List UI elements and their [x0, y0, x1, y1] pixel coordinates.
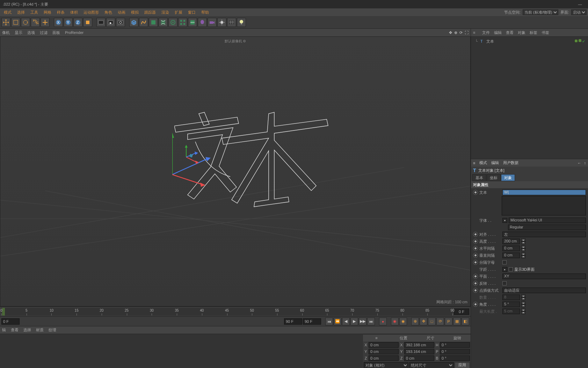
- menu-mesh[interactable]: 网格: [41, 9, 54, 16]
- toggle-bulb[interactable]: [237, 18, 246, 27]
- key-rot[interactable]: ⟳: [436, 318, 444, 325]
- add-mograph[interactable]: [178, 18, 187, 27]
- timeline-current-frame[interactable]: 0 F: [454, 309, 469, 315]
- prev-frame-button[interactable]: ◀: [342, 318, 350, 325]
- vp-max-icon[interactable]: ⛶: [465, 30, 469, 35]
- move-tool[interactable]: [1, 18, 10, 27]
- add-cube[interactable]: [129, 18, 138, 27]
- key-selection[interactable]: ⊕: [411, 318, 419, 325]
- btab-edit[interactable]: 辑: [2, 327, 6, 333]
- menu-character[interactable]: 角色: [102, 9, 115, 16]
- hamburger-icon[interactable]: ≡: [473, 161, 475, 165]
- nav-back-icon[interactable]: ←: [578, 161, 581, 165]
- prop-sep-radio[interactable]: [473, 260, 478, 265]
- menu-tools[interactable]: 工具: [28, 9, 41, 16]
- add-volume[interactable]: [188, 18, 197, 27]
- prop-text-radio[interactable]: [473, 190, 478, 195]
- prop-plane-radio[interactable]: [473, 274, 478, 279]
- menu-tracker[interactable]: 跟踪器: [142, 9, 158, 16]
- menu-select[interactable]: 选择: [15, 9, 27, 16]
- vptab-prorender[interactable]: ProRender: [65, 30, 84, 35]
- vptab-options[interactable]: 选项: [27, 30, 35, 35]
- coord-apply-button[interactable]: 应用: [455, 362, 470, 368]
- prop-interp-input[interactable]: 自动适应: [502, 288, 586, 293]
- add-field[interactable]: [168, 18, 177, 27]
- pos-y-input[interactable]: 0 cm: [369, 349, 399, 354]
- psr-tool[interactable]: PSR: [31, 18, 40, 27]
- prop-font-input[interactable]: Microsoft YaHei UI: [509, 218, 586, 223]
- prop-interp-radio[interactable]: [473, 288, 478, 293]
- coord-system-toggle[interactable]: [83, 18, 92, 27]
- atab-coord[interactable]: 坐标: [487, 174, 501, 181]
- btab-texture[interactable]: 纹理: [49, 327, 56, 333]
- viewport[interactable]: 默认摄像机 ⚙: [0, 36, 471, 306]
- x-axis-toggle[interactable]: X: [54, 18, 63, 27]
- key-param[interactable]: P: [445, 318, 452, 325]
- render-view[interactable]: [96, 18, 106, 27]
- atab-basic[interactable]: 基本: [472, 174, 486, 181]
- am-edit[interactable]: 编辑: [491, 160, 499, 165]
- prop-vspace-input[interactable]: 0 cm: [502, 253, 520, 258]
- add-light[interactable]: [217, 18, 226, 27]
- om-bookmarks[interactable]: 书签: [542, 30, 549, 35]
- menu-volume[interactable]: 体积: [68, 9, 80, 16]
- vptab-camera[interactable]: 像机: [2, 30, 10, 35]
- prop-angle-radio[interactable]: [473, 302, 478, 307]
- font-dropdown-icon[interactable]: ▾: [502, 218, 507, 223]
- rot-p-input[interactable]: 0 °: [440, 349, 470, 354]
- prop-plane-input[interactable]: XY: [502, 274, 586, 279]
- menu-mograph[interactable]: 运动图形: [81, 9, 101, 16]
- prop-reverse-check[interactable]: [502, 281, 507, 285]
- timeline-ruler[interactable]: 051015202530354045505560657075808590: [1, 308, 452, 316]
- pos-z-input[interactable]: 0 cm: [369, 355, 399, 361]
- goto-start-button[interactable]: ⏮: [325, 318, 333, 325]
- key-anim[interactable]: ▦: [453, 318, 461, 325]
- frame-end-input[interactable]: [284, 318, 302, 325]
- om-object[interactable]: 对象: [518, 30, 525, 35]
- autokey-button[interactable]: ◉: [391, 318, 399, 325]
- prop-show3d-check[interactable]: [509, 267, 513, 271]
- menu-help[interactable]: 帮助: [199, 9, 211, 16]
- btab-select[interactable]: 选择: [23, 327, 31, 333]
- next-frame-button[interactable]: ▶▶: [359, 318, 366, 325]
- render-settings[interactable]: [116, 18, 125, 27]
- size-y-input[interactable]: 193.164 cm: [404, 349, 434, 354]
- prop-font-style[interactable]: Regular: [508, 225, 586, 230]
- prop-sep-check[interactable]: [502, 260, 507, 264]
- add-generator[interactable]: [149, 18, 158, 27]
- menu-spline[interactable]: 样条: [55, 9, 67, 16]
- menu-window[interactable]: 窗口: [186, 9, 198, 16]
- add-spline[interactable]: [139, 18, 148, 27]
- prop-vspace-radio[interactable]: [473, 253, 478, 258]
- angle-spinner[interactable]: ▲▼: [521, 302, 525, 307]
- prop-text-input[interactable]: W|: [502, 190, 586, 195]
- pos-x-input[interactable]: 0 cm: [369, 342, 399, 348]
- frame-start-input[interactable]: [1, 318, 20, 325]
- rot-h-input[interactable]: 0 °: [440, 342, 470, 348]
- text-multiline[interactable]: [502, 196, 586, 215]
- key-all-button[interactable]: ◉: [399, 318, 407, 325]
- hspace-spinner[interactable]: ▲▼: [521, 246, 525, 251]
- hamburger-icon[interactable]: ≡: [473, 30, 478, 35]
- key-pos[interactable]: ✥: [420, 318, 427, 325]
- om-view[interactable]: 查看: [506, 30, 514, 35]
- height-spinner[interactable]: ▲▼: [521, 239, 525, 244]
- rotate-tool[interactable]: [21, 18, 30, 27]
- prop-hspace-radio[interactable]: [473, 246, 478, 251]
- vp-nav-icon[interactable]: ✥: [449, 30, 452, 35]
- timeline[interactable]: 051015202530354045505560657075808590 0 F: [0, 306, 471, 316]
- vp-zoom-icon[interactable]: ⊕: [454, 30, 457, 35]
- menu-mode[interactable]: 模式: [1, 9, 14, 16]
- size-x-input[interactable]: 392.188 cm: [404, 342, 434, 348]
- frame-range-input[interactable]: [303, 318, 321, 325]
- vp-orbit-icon[interactable]: ⟳: [459, 30, 463, 35]
- atab-object[interactable]: 对象: [501, 174, 515, 181]
- coord-mode-select[interactable]: 对象 (相对): [364, 362, 408, 368]
- kerning-dropdown-icon[interactable]: ▸: [502, 267, 507, 272]
- visibility-editor[interactable]: [574, 39, 578, 43]
- live-select-tool[interactable]: [41, 18, 50, 27]
- add-camera[interactable]: [208, 18, 217, 27]
- menu-extensions[interactable]: 扩展: [172, 9, 185, 16]
- om-tags[interactable]: 标签: [530, 30, 537, 35]
- menu-render[interactable]: 渲染: [159, 9, 172, 16]
